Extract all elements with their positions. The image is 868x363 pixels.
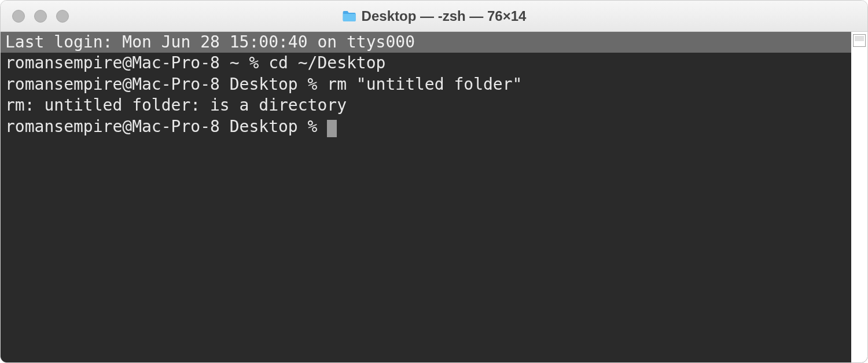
traffic-lights: [1, 10, 69, 23]
scrollbar[interactable]: [851, 32, 867, 362]
cursor: [327, 120, 337, 137]
terminal-prompt: romansempire@Mac-Pro-8 Desktop %: [5, 117, 327, 136]
content-area: Last login: Mon Jun 28 15:00:40 on ttys0…: [1, 32, 867, 362]
scrollbar-track[interactable]: [851, 47, 867, 362]
terminal-window: Desktop — -zsh — 76×14 Last login: Mon J…: [0, 0, 868, 363]
maximize-button[interactable]: [56, 10, 69, 23]
terminal-output[interactable]: Last login: Mon Jun 28 15:00:40 on ttys0…: [1, 32, 851, 362]
folder-icon: [342, 10, 357, 23]
terminal-line: romansempire@Mac-Pro-8 ~ % cd ~/Desktop: [1, 53, 851, 74]
window-title-area: Desktop — -zsh — 76×14: [342, 8, 527, 24]
terminal-line: romansempire@Mac-Pro-8 Desktop % rm "unt…: [1, 74, 851, 95]
window-title: Desktop — -zsh — 76×14: [362, 8, 527, 24]
terminal-prompt-line: romansempire@Mac-Pro-8 Desktop %: [1, 116, 851, 137]
scroll-indicator-icon[interactable]: [853, 34, 866, 47]
minimize-button[interactable]: [34, 10, 47, 23]
close-button[interactable]: [12, 10, 25, 23]
terminal-line: Last login: Mon Jun 28 15:00:40 on ttys0…: [1, 32, 851, 53]
terminal-line: rm: untitled folder: is a directory: [1, 95, 851, 116]
titlebar[interactable]: Desktop — -zsh — 76×14: [1, 1, 867, 32]
